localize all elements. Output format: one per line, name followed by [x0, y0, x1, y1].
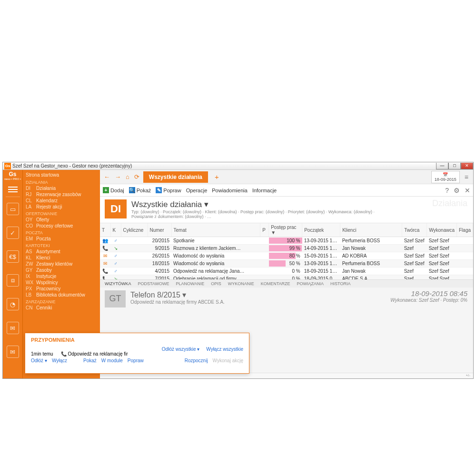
- show-link[interactable]: Pokaż: [83, 358, 97, 363]
- col-t[interactable]: T: [100, 223, 110, 237]
- module-icon-check[interactable]: ✓: [7, 227, 19, 239]
- module-icon-cert[interactable]: ▭: [7, 203, 19, 215]
- ghost-label: Działania: [432, 198, 467, 208]
- filter-summary-2[interactable]: Powiązanie z dokumentem: (dowolny) · …: [131, 214, 375, 219]
- sidebar-start[interactable]: Strona startowa: [23, 171, 100, 178]
- refresh-icon[interactable]: ⟳: [133, 173, 140, 180]
- col-clients[interactable]: Klienci: [340, 223, 402, 237]
- hamburger-icon[interactable]: [8, 185, 18, 194]
- detail-header: GT Telefon 8/2015 ▾ Odpowiedź na reklama…: [100, 288, 473, 317]
- app-window: Gs Szef Szef na Gestor_nexo - Gestor nex…: [2, 162, 474, 379]
- sidebar-item[interactable]: CNCenniki: [23, 305, 100, 311]
- help-icon[interactable]: ?: [445, 187, 449, 194]
- sidebar-section: DZIAŁANIA: [23, 178, 100, 185]
- gear-icon[interactable]: ⚙: [454, 187, 460, 194]
- detail-tab[interactable]: POWIĄZANIA: [297, 281, 324, 286]
- add-button[interactable]: +Dodaj: [103, 187, 124, 193]
- table-row[interactable]: ✉♂26/2015Wiadomość do wysłania80 %15-09-…: [100, 252, 473, 260]
- sidebar-item[interactable]: CLKalendarz: [23, 198, 100, 204]
- col-start[interactable]: Początek: [302, 223, 340, 237]
- home-icon[interactable]: ⌂: [125, 173, 130, 180]
- col-subject[interactable]: Temat: [171, 223, 260, 237]
- tab-add-icon[interactable]: +: [211, 173, 223, 181]
- module-icon-mail[interactable]: ✉: [7, 346, 19, 358]
- sidebar-item[interactable]: PXPracownicy: [23, 286, 100, 292]
- minimize-button[interactable]: —: [436, 163, 448, 169]
- module-icon-mail-out[interactable]: ✉: [7, 322, 19, 334]
- col-progress[interactable]: Postęp prac ▼: [269, 223, 302, 237]
- edit-button[interactable]: ✎Popraw: [156, 187, 181, 193]
- in-module-link[interactable]: W module: [101, 358, 123, 363]
- toolbar: +Dodaj 🔍Pokaż ✎Popraw Operacje Powiadomi…: [100, 184, 473, 197]
- nav-back-icon[interactable]: ←: [103, 173, 111, 180]
- table-row[interactable]: 📞♂4/2015Odpowiedź na reklamację Jana…0 %…: [100, 268, 473, 275]
- date-widget[interactable]: 📅18-09-2015: [431, 171, 460, 183]
- sidebar-section: ZARZĄDZANIE: [23, 298, 100, 305]
- sidebar-item[interactable]: LBBiblioteka dokumentów: [23, 292, 100, 298]
- sidebar-item[interactable]: EMPoczta: [23, 236, 100, 242]
- sidebar-item[interactable]: OYOferty: [23, 217, 100, 223]
- table-row[interactable]: 👥♂20/2015Spotkanie100 %13-09-2015 1…Perf…: [100, 237, 473, 245]
- col-num[interactable]: Numer: [148, 223, 171, 237]
- sidebar-item[interactable]: DIDziałania: [23, 185, 100, 191]
- module-icon-calendar[interactable]: ⧈: [7, 274, 19, 287]
- detail-tab[interactable]: PLANOWANIE: [176, 281, 205, 286]
- show-button[interactable]: 🔍Pokaż: [129, 187, 151, 193]
- postpone-link[interactable]: Odłóż ▾: [31, 358, 47, 363]
- reminder-ago: 1min temu: [31, 351, 53, 357]
- col-creator[interactable]: Twórca: [402, 223, 427, 237]
- tab-active[interactable]: Wszystkie działania: [143, 171, 208, 183]
- data-grid[interactable]: T K Cykliczne Numer Temat P Postęp prac …: [100, 223, 473, 279]
- sidebar-item[interactable]: RJRezerwacje zasobów: [23, 191, 100, 198]
- start-link[interactable]: Rozpocznij: [185, 358, 208, 363]
- filter-summary-1[interactable]: Typ: (dowolny) · Początek: (dowolny) · K…: [131, 209, 375, 214]
- app-icon: Gs: [4, 163, 11, 169]
- detail-title[interactable]: Telefon 8/2015 ▾: [130, 290, 225, 299]
- sidebar-item[interactable]: GYZasoby: [23, 267, 100, 273]
- detail-tab[interactable]: WIZYTÓWKA: [105, 281, 131, 286]
- sidebar-item[interactable]: LARejestr akcji: [23, 204, 100, 210]
- info-button[interactable]: Informacje: [252, 188, 277, 193]
- table-row[interactable]: 📞↘9/2015Rozmowa z klientem Jackiem…99 %1…: [100, 245, 473, 252]
- col-p[interactable]: P: [260, 223, 269, 237]
- close-view-icon[interactable]: ✕: [465, 187, 470, 194]
- reminder-title: PRZYPOMNIENIA: [31, 337, 243, 343]
- view-header: DI Wszystkie działania ▾ Typ: (dowolny) …: [100, 197, 473, 223]
- col-executor[interactable]: Wykonawca: [427, 223, 457, 237]
- col-k[interactable]: K: [110, 223, 121, 237]
- close-button[interactable]: ✕: [461, 163, 473, 169]
- sidebar-item[interactable]: WXWspólnicy: [23, 279, 100, 286]
- module-icon-money[interactable]: €$: [7, 250, 19, 263]
- nav-fwd-icon[interactable]: →: [114, 173, 122, 180]
- menu-icon[interactable]: ≡: [463, 173, 470, 181]
- edit-link[interactable]: Popraw: [128, 358, 144, 363]
- postpone-all-link[interactable]: Odłóż wszystkie ▾: [162, 347, 199, 352]
- view-title[interactable]: Wszystkie działania ▾: [131, 199, 375, 209]
- sidebar-item[interactable]: COProcesy ofertowe: [23, 223, 100, 229]
- titlebar: Gs Szef Szef na Gestor_nexo - Gestor nex…: [3, 162, 473, 170]
- off-all-link[interactable]: Wyłącz wszystkie: [206, 347, 243, 352]
- detail-tab[interactable]: OPIS: [211, 281, 221, 286]
- table-row[interactable]: ✉♂18/2015Wiadomość do wysłania50 %13-09-…: [100, 260, 473, 268]
- detail-tab[interactable]: PODSTAWOWE: [138, 281, 169, 286]
- col-flag[interactable]: Flaga: [456, 223, 473, 237]
- sidebar-item[interactable]: ZWZestawy klientów: [23, 261, 100, 267]
- detail-tab[interactable]: KOMENTARZE: [261, 281, 290, 286]
- off-link[interactable]: Wyłącz: [52, 358, 67, 363]
- sidebar-item[interactable]: ASAsortyment: [23, 248, 100, 255]
- sidebar-item[interactable]: IXInstytucje: [23, 273, 100, 279]
- ops-button[interactable]: Operacje: [186, 188, 208, 193]
- reminder-item: Odpowiedź na reklamację fir: [68, 351, 128, 357]
- do-action-link: Wykonaj akcję: [213, 358, 243, 363]
- detail-badge: GT: [105, 290, 126, 307]
- notif-button[interactable]: Powiadomienia: [212, 188, 248, 193]
- table-row[interactable]: 📞↘7/2015Odebranie reklamacji od firmy…0 …: [100, 275, 473, 279]
- detail-tab[interactable]: WYKONANIE: [228, 281, 254, 286]
- sidebar-item[interactable]: KLKlienci: [23, 255, 100, 261]
- detail-tab[interactable]: HISTORIA: [330, 281, 350, 286]
- module-icon-clock[interactable]: ◔: [7, 298, 19, 310]
- iconbar: Gsnexo • PRO • ▭ ✓ €$ ⧈ ◔ ✉ ✉: [3, 170, 23, 378]
- maximize-button[interactable]: □: [448, 163, 461, 169]
- sidebar-section: POCZTA: [23, 229, 100, 236]
- col-cyclic[interactable]: Cykliczne: [121, 223, 148, 237]
